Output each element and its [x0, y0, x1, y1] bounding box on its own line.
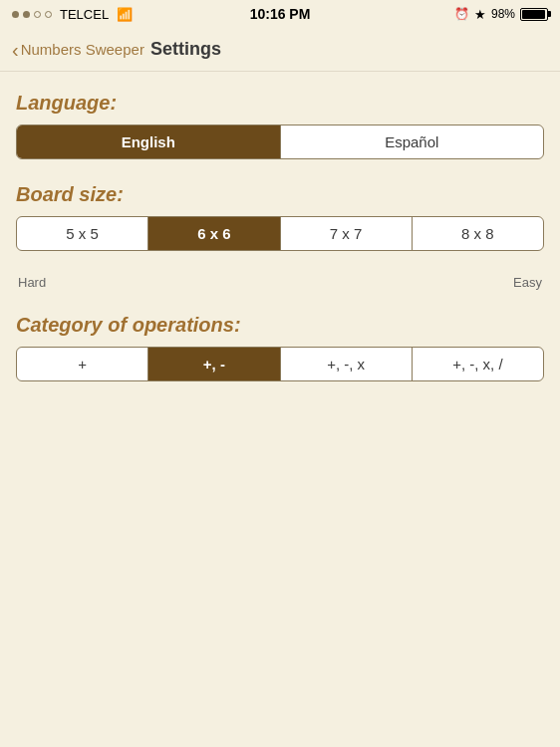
back-chevron-icon: ‹ — [12, 40, 19, 60]
operations-segmented-control: + +, - +, -, x +, -, x, / — [16, 347, 544, 381]
language-option-espanol[interactable]: Español — [281, 125, 544, 158]
board-size-section-title: Board size: — [16, 183, 544, 206]
board-size-7x7[interactable]: 7 x 7 — [281, 217, 413, 250]
page-title: Settings — [150, 39, 221, 60]
nav-bar: ‹ Numbers Sweeper Settings — [0, 28, 560, 72]
language-segmented-control: English Español — [16, 124, 544, 159]
board-label-hard: Hard — [18, 275, 46, 290]
signal-dot-3 — [34, 11, 41, 18]
operations-section-title: Category of operations: — [16, 314, 544, 337]
status-bar-right: ⏰ ★ 98% — [454, 7, 548, 22]
board-size-5x5[interactable]: 5 x 5 — [17, 217, 148, 250]
battery-pct: 98% — [491, 7, 515, 21]
status-bar: TELCEL 📶 10:16 PM ⏰ ★ 98% — [0, 0, 560, 28]
board-size-segmented-control: 5 x 5 6 x 6 7 x 7 8 x 8 — [16, 216, 544, 251]
signal-dot-4 — [45, 11, 52, 18]
alarm-icon: ⏰ — [454, 7, 469, 21]
op-plus-minus-x-div[interactable]: +, -, x, / — [413, 348, 543, 380]
board-size-labels: Hard Easy — [16, 275, 544, 290]
carrier-name: TELCEL — [60, 7, 109, 22]
battery-fill — [522, 10, 545, 19]
back-button[interactable]: ‹ Numbers Sweeper — [12, 40, 144, 60]
op-plus-minus[interactable]: +, - — [148, 348, 280, 380]
board-label-easy: Easy — [513, 275, 542, 290]
signal-dot-2 — [23, 11, 30, 18]
signal-dot-1 — [12, 11, 19, 18]
wifi-icon: 📶 — [117, 7, 133, 22]
op-plus[interactable]: + — [17, 348, 148, 380]
op-plus-minus-x[interactable]: +, -, x — [281, 348, 413, 380]
board-size-8x8[interactable]: 8 x 8 — [413, 217, 543, 250]
language-option-english[interactable]: English — [17, 125, 281, 158]
back-label: Numbers Sweeper — [21, 41, 144, 58]
status-bar-left: TELCEL 📶 — [12, 7, 133, 22]
settings-content: Language: English Español Board size: 5 … — [0, 72, 560, 425]
board-size-6x6[interactable]: 6 x 6 — [148, 217, 280, 250]
battery-bar — [520, 8, 548, 21]
bluetooth-icon: ★ — [474, 7, 486, 22]
language-section-title: Language: — [16, 92, 544, 115]
battery-indicator — [520, 8, 548, 21]
status-time: 10:16 PM — [250, 6, 311, 22]
